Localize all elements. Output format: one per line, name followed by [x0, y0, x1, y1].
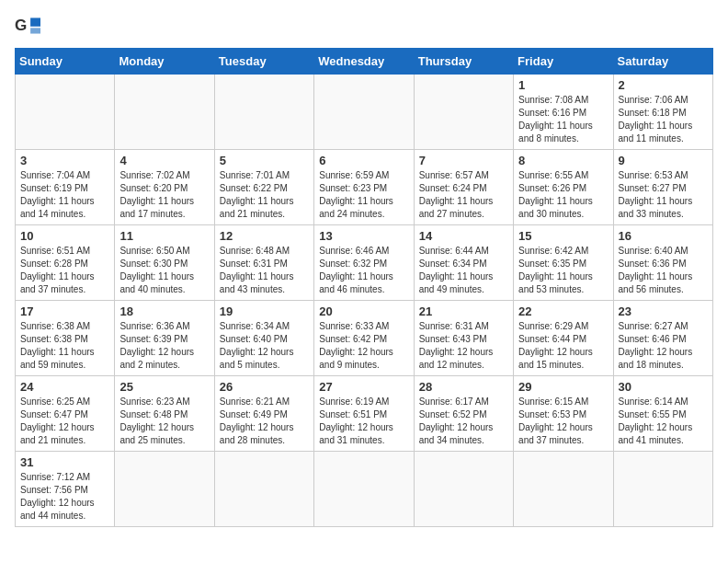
- day-info: Sunrise: 6:29 AM Sunset: 6:44 PM Dayligh…: [518, 320, 608, 372]
- day-number: 15: [518, 229, 608, 243]
- day-info: Sunrise: 6:31 AM Sunset: 6:43 PM Dayligh…: [419, 320, 508, 372]
- day-number: 12: [220, 229, 309, 243]
- day-info: Sunrise: 6:27 AM Sunset: 6:46 PM Dayligh…: [619, 320, 708, 372]
- calendar-day-cell: 17Sunrise: 6:38 AM Sunset: 6:38 PM Dayli…: [16, 301, 115, 376]
- day-number: 6: [319, 154, 408, 167]
- calendar-day-cell: 25Sunrise: 6:23 AM Sunset: 6:48 PM Dayli…: [115, 376, 214, 452]
- calendar-day-cell: [115, 452, 214, 527]
- calendar-day-cell: 14Sunrise: 6:44 AM Sunset: 6:34 PM Dayli…: [414, 225, 513, 301]
- calendar-header-row: SundayMondayTuesdayWednesdayThursdayFrid…: [16, 49, 713, 75]
- calendar-day-cell: [214, 452, 313, 527]
- logo: G: [15, 15, 44, 37]
- day-info: Sunrise: 6:50 AM Sunset: 6:30 PM Dayligh…: [119, 245, 209, 296]
- day-number: 14: [419, 229, 508, 243]
- day-number: 7: [419, 154, 508, 167]
- day-info: Sunrise: 6:19 AM Sunset: 6:51 PM Dayligh…: [319, 396, 408, 447]
- calendar-week-row: 10Sunrise: 6:51 AM Sunset: 6:28 PM Dayli…: [16, 225, 713, 301]
- day-number: 25: [119, 380, 209, 394]
- calendar-day-cell: 7Sunrise: 6:57 AM Sunset: 6:24 PM Daylig…: [414, 150, 513, 225]
- calendar-day-cell: 10Sunrise: 6:51 AM Sunset: 6:28 PM Dayli…: [16, 225, 115, 301]
- calendar-day-cell: 22Sunrise: 6:29 AM Sunset: 6:44 PM Dayli…: [514, 301, 613, 376]
- svg-text:G: G: [15, 17, 27, 34]
- day-info: Sunrise: 7:04 AM Sunset: 6:19 PM Dayligh…: [20, 169, 109, 221]
- calendar-day-cell: [16, 75, 115, 150]
- page-header: G: [15, 15, 713, 37]
- day-info: Sunrise: 6:33 AM Sunset: 6:42 PM Dayligh…: [319, 320, 408, 372]
- day-number: 11: [119, 229, 209, 243]
- day-of-week-header: Thursday: [414, 49, 513, 75]
- day-info: Sunrise: 6:59 AM Sunset: 6:23 PM Dayligh…: [319, 169, 408, 221]
- calendar-day-cell: 23Sunrise: 6:27 AM Sunset: 6:46 PM Dayli…: [613, 301, 712, 376]
- calendar-week-row: 31Sunrise: 7:12 AM Sunset: 7:56 PM Dayli…: [16, 452, 713, 527]
- calendar-day-cell: 31Sunrise: 7:12 AM Sunset: 7:56 PM Dayli…: [16, 452, 115, 527]
- day-number: 5: [220, 154, 309, 167]
- day-info: Sunrise: 6:40 AM Sunset: 6:36 PM Dayligh…: [619, 245, 708, 296]
- day-number: 4: [119, 154, 209, 167]
- day-info: Sunrise: 6:23 AM Sunset: 6:48 PM Dayligh…: [119, 396, 209, 447]
- day-number: 9: [619, 154, 708, 167]
- day-info: Sunrise: 7:08 AM Sunset: 6:16 PM Dayligh…: [518, 94, 608, 145]
- day-info: Sunrise: 6:57 AM Sunset: 6:24 PM Dayligh…: [419, 169, 508, 221]
- calendar-week-row: 1Sunrise: 7:08 AM Sunset: 6:16 PM Daylig…: [16, 75, 713, 150]
- day-info: Sunrise: 6:34 AM Sunset: 6:40 PM Dayligh…: [220, 320, 309, 372]
- calendar-day-cell: 3Sunrise: 7:04 AM Sunset: 6:19 PM Daylig…: [16, 150, 115, 225]
- day-info: Sunrise: 6:14 AM Sunset: 6:55 PM Dayligh…: [619, 396, 708, 447]
- day-number: 24: [20, 380, 109, 394]
- calendar-day-cell: 16Sunrise: 6:40 AM Sunset: 6:36 PM Dayli…: [613, 225, 712, 301]
- day-number: 18: [119, 304, 209, 318]
- day-number: 23: [619, 304, 708, 318]
- calendar-day-cell: [613, 452, 712, 527]
- svg-marker-2: [30, 28, 40, 33]
- calendar-day-cell: 5Sunrise: 7:01 AM Sunset: 6:22 PM Daylig…: [214, 150, 313, 225]
- day-number: 17: [20, 304, 109, 318]
- day-info: Sunrise: 6:48 AM Sunset: 6:31 PM Dayligh…: [220, 245, 309, 296]
- calendar-day-cell: 30Sunrise: 6:14 AM Sunset: 6:55 PM Dayli…: [613, 376, 712, 452]
- day-of-week-header: Tuesday: [214, 49, 313, 75]
- day-number: 13: [319, 229, 408, 243]
- calendar-day-cell: [314, 452, 414, 527]
- day-info: Sunrise: 7:12 AM Sunset: 7:56 PM Dayligh…: [20, 471, 109, 523]
- day-info: Sunrise: 6:15 AM Sunset: 6:53 PM Dayligh…: [518, 396, 608, 447]
- day-number: 16: [619, 229, 708, 243]
- calendar-day-cell: 15Sunrise: 6:42 AM Sunset: 6:35 PM Dayli…: [514, 225, 613, 301]
- day-info: Sunrise: 6:25 AM Sunset: 6:47 PM Dayligh…: [20, 396, 109, 447]
- calendar-day-cell: [414, 452, 513, 527]
- day-info: Sunrise: 6:38 AM Sunset: 6:38 PM Dayligh…: [20, 320, 109, 372]
- calendar-day-cell: 28Sunrise: 6:17 AM Sunset: 6:52 PM Dayli…: [414, 376, 513, 452]
- day-number: 8: [518, 154, 608, 167]
- day-number: 1: [518, 78, 608, 92]
- calendar-day-cell: 21Sunrise: 6:31 AM Sunset: 6:43 PM Dayli…: [414, 301, 513, 376]
- day-info: Sunrise: 6:17 AM Sunset: 6:52 PM Dayligh…: [419, 396, 508, 447]
- day-of-week-header: Sunday: [16, 49, 115, 75]
- svg-marker-1: [30, 17, 40, 26]
- day-info: Sunrise: 7:02 AM Sunset: 6:20 PM Dayligh…: [119, 169, 209, 221]
- day-number: 31: [20, 455, 109, 469]
- day-info: Sunrise: 6:21 AM Sunset: 6:49 PM Dayligh…: [220, 396, 309, 447]
- day-info: Sunrise: 6:44 AM Sunset: 6:34 PM Dayligh…: [419, 245, 508, 296]
- day-info: Sunrise: 7:01 AM Sunset: 6:22 PM Dayligh…: [220, 169, 309, 221]
- calendar-day-cell: 26Sunrise: 6:21 AM Sunset: 6:49 PM Dayli…: [214, 376, 313, 452]
- day-of-week-header: Friday: [514, 49, 613, 75]
- calendar-day-cell: [414, 75, 513, 150]
- day-of-week-header: Wednesday: [314, 49, 414, 75]
- calendar-week-row: 24Sunrise: 6:25 AM Sunset: 6:47 PM Dayli…: [16, 376, 713, 452]
- calendar-day-cell: 9Sunrise: 6:53 AM Sunset: 6:27 PM Daylig…: [613, 150, 712, 225]
- calendar-day-cell: 27Sunrise: 6:19 AM Sunset: 6:51 PM Dayli…: [314, 376, 414, 452]
- calendar-day-cell: [115, 75, 214, 150]
- day-number: 22: [518, 304, 608, 318]
- day-of-week-header: Saturday: [613, 49, 712, 75]
- day-info: Sunrise: 6:55 AM Sunset: 6:26 PM Dayligh…: [518, 169, 608, 221]
- calendar-day-cell: [514, 452, 613, 527]
- day-number: 10: [20, 229, 109, 243]
- calendar-day-cell: 6Sunrise: 6:59 AM Sunset: 6:23 PM Daylig…: [314, 150, 414, 225]
- day-number: 20: [319, 304, 408, 318]
- calendar-day-cell: [214, 75, 313, 150]
- calendar-week-row: 17Sunrise: 6:38 AM Sunset: 6:38 PM Dayli…: [16, 301, 713, 376]
- day-info: Sunrise: 7:06 AM Sunset: 6:18 PM Dayligh…: [619, 94, 708, 145]
- day-info: Sunrise: 6:51 AM Sunset: 6:28 PM Dayligh…: [20, 245, 109, 296]
- day-number: 29: [518, 380, 608, 394]
- day-number: 30: [619, 380, 708, 394]
- day-info: Sunrise: 6:42 AM Sunset: 6:35 PM Dayligh…: [518, 245, 608, 296]
- calendar-day-cell: 4Sunrise: 7:02 AM Sunset: 6:20 PM Daylig…: [115, 150, 214, 225]
- calendar-day-cell: 12Sunrise: 6:48 AM Sunset: 6:31 PM Dayli…: [214, 225, 313, 301]
